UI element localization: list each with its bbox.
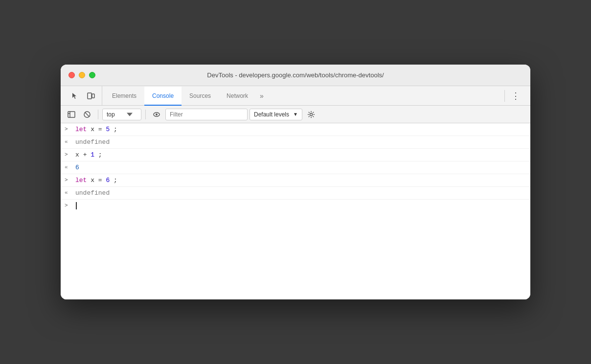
sidebar-toggle-button[interactable] (65, 108, 78, 121)
toolbar-icons (65, 86, 102, 105)
svg-point-9 (310, 113, 312, 115)
title-bar: DevTools - developers.google.com/web/too… (61, 65, 530, 86)
output-value-3: undefined (75, 189, 110, 197)
output-value-2: 6 (75, 164, 79, 171)
gear-icon (307, 111, 315, 118)
sidebar-icon (68, 111, 75, 118)
window-title: DevTools - developers.google.com/web/too… (207, 71, 384, 79)
tab-sources[interactable]: Sources (182, 87, 219, 106)
tab-overflow-button[interactable]: » (256, 86, 268, 105)
clear-console-button[interactable] (80, 108, 94, 121)
select-tool-button[interactable] (68, 89, 82, 103)
log-levels-button[interactable]: Default levels ▼ (250, 109, 302, 120)
cursor-icon (71, 92, 79, 100)
cursor-chevron: > (65, 203, 70, 208)
console-entry-3: > let x = 6 ; (61, 174, 530, 187)
console-toolbar: top Default levels ▼ (61, 106, 530, 123)
output-chevron-3: « (65, 190, 70, 196)
more-options-button[interactable]: ⋮ (509, 89, 523, 103)
device-icon (87, 92, 95, 100)
output-value-1: undefined (75, 138, 110, 146)
input-chevron-1: > (65, 126, 70, 132)
settings-button[interactable] (304, 108, 318, 121)
svg-rect-2 (68, 112, 75, 117)
text-cursor (76, 202, 77, 209)
devtools-window: DevTools - developers.google.com/web/too… (61, 65, 530, 299)
svg-rect-1 (92, 94, 94, 98)
tab-network[interactable]: Network (219, 87, 256, 106)
console-entry-1: > let x = 5 ; (61, 123, 530, 136)
svg-point-8 (156, 114, 158, 115)
tab-elements[interactable]: Elements (104, 87, 144, 106)
code-1: let x = 5 ; (75, 126, 117, 133)
input-chevron-2: > (65, 152, 70, 158)
output-chevron-2: « (65, 164, 70, 170)
output-chevron-1: « (65, 139, 70, 145)
eye-button[interactable] (150, 108, 163, 121)
filter-input[interactable] (165, 109, 248, 120)
console-cursor-line[interactable]: > (61, 200, 530, 212)
code-3: let x = 6 ; (75, 177, 117, 184)
console-entry-2: > x + 1 ; (61, 149, 530, 161)
cursor-container (75, 202, 77, 209)
tab-console[interactable]: Console (144, 87, 182, 106)
maximize-button[interactable] (89, 72, 95, 78)
console-content[interactable]: > let x = 5 ; « undefined > x + 1 ; (61, 123, 530, 299)
console-output-1: « undefined (61, 136, 530, 149)
separator-2 (145, 110, 146, 119)
console-output-2: « 6 (61, 161, 530, 174)
clear-icon (83, 111, 91, 118)
svg-line-6 (85, 113, 89, 116)
tab-bar-end: ⋮ (500, 86, 526, 105)
traffic-lights (68, 72, 95, 78)
separator (504, 90, 505, 102)
close-button[interactable] (68, 72, 75, 78)
tab-bar: Elements Console Sources Network » ⋮ (61, 86, 530, 106)
minimize-button[interactable] (79, 72, 85, 78)
eye-icon (153, 111, 160, 118)
dropdown-arrow-icon (127, 112, 133, 117)
code-2: x + 1 ; (75, 151, 102, 159)
input-chevron-3: > (65, 177, 70, 183)
context-selector[interactable]: top (102, 109, 141, 120)
device-toolbar-button[interactable] (84, 89, 98, 103)
console-output-3: « undefined (61, 187, 530, 200)
separator-1 (98, 110, 98, 119)
svg-rect-0 (88, 93, 91, 99)
